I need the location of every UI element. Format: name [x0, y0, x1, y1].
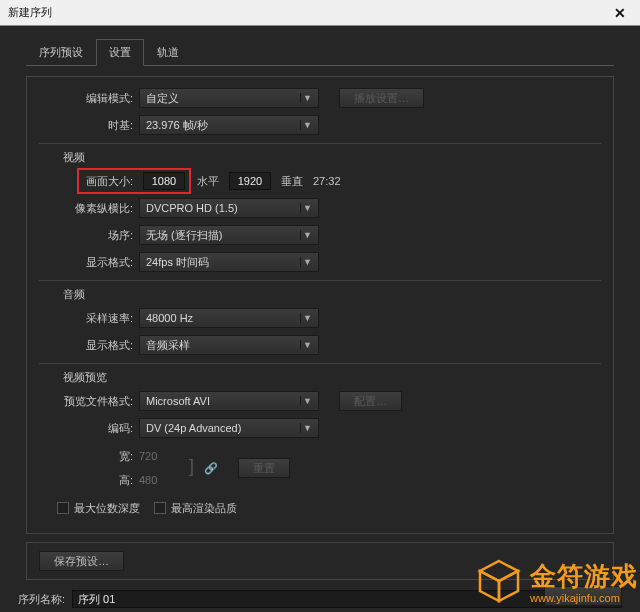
sample-rate-value: 48000 Hz	[146, 312, 193, 324]
chevron-down-icon: ▼	[300, 423, 314, 433]
adisplay-dropdown[interactable]: 音频采样 ▼	[139, 335, 319, 355]
sequence-name-input[interactable]	[72, 590, 622, 608]
preview-format-value: Microsoft AVI	[146, 395, 210, 407]
vdisplay-dropdown[interactable]: 24fps 时间码 ▼	[139, 252, 319, 272]
width-label: 宽:	[27, 449, 139, 464]
max-quality-checkbox[interactable]: 最高渲染品质	[154, 501, 237, 516]
fields-label: 场序:	[27, 228, 139, 243]
max-quality-label: 最高渲染品质	[171, 501, 237, 516]
par-label: 像素纵横比:	[27, 201, 139, 216]
height-value: 480	[139, 474, 179, 486]
chevron-down-icon: ▼	[300, 120, 314, 130]
close-icon[interactable]: ✕	[604, 3, 636, 23]
video-section-title: 视频	[63, 150, 613, 165]
chevron-down-icon: ▼	[300, 93, 314, 103]
bracket-icon: ]	[189, 456, 194, 481]
vdisplay-value: 24fps 时间码	[146, 255, 209, 270]
chevron-down-icon: ▼	[300, 203, 314, 213]
adisplay-value: 音频采样	[146, 338, 190, 353]
reset-button[interactable]: 重置	[238, 458, 290, 478]
settings-panel: 编辑模式: 自定义 ▼ 播放设置… 时基: 23.976 帧/秒 ▼ 视频 画面…	[26, 76, 614, 534]
timebase-dropdown[interactable]: 23.976 帧/秒 ▼	[139, 115, 319, 135]
chevron-down-icon: ▼	[300, 313, 314, 323]
horizontal-label: 水平	[197, 174, 219, 189]
frame-size-label: 画面大小:	[81, 174, 137, 189]
preview-format-dropdown[interactable]: Microsoft AVI ▼	[139, 391, 319, 411]
chevron-down-icon: ▼	[300, 230, 314, 240]
playback-settings-button[interactable]: 播放设置…	[339, 88, 424, 108]
fields-value: 无场 (逐行扫描)	[146, 228, 222, 243]
sequence-name-row: 序列名称:	[18, 590, 622, 608]
save-preset-button[interactable]: 保存预设…	[39, 551, 124, 571]
timebase-value: 23.976 帧/秒	[146, 118, 208, 133]
chevron-down-icon: ▼	[300, 340, 314, 350]
edit-mode-dropdown[interactable]: 自定义 ▼	[139, 88, 319, 108]
window-title: 新建序列	[8, 5, 52, 20]
codec-value: DV (24p Advanced)	[146, 422, 241, 434]
par-value: DVCPRO HD (1.5)	[146, 202, 238, 214]
vdisplay-label: 显示格式:	[27, 255, 139, 270]
bottom-button[interactable]	[544, 586, 622, 606]
chevron-down-icon: ▼	[300, 396, 314, 406]
link-icon[interactable]: 🔗	[204, 462, 218, 475]
frame-size-highlight: 画面大小:	[77, 168, 191, 194]
preview-section-title: 视频预览	[63, 370, 613, 385]
adisplay-label: 显示格式:	[27, 338, 139, 353]
max-bitdepth-checkbox[interactable]: 最大位数深度	[57, 501, 140, 516]
audio-section-title: 音频	[63, 287, 613, 302]
fields-dropdown[interactable]: 无场 (逐行扫描) ▼	[139, 225, 319, 245]
frame-height-input[interactable]	[229, 172, 271, 190]
checkbox-box-icon	[154, 502, 166, 514]
checkbox-box-icon	[57, 502, 69, 514]
tab-preset[interactable]: 序列预设	[26, 39, 96, 66]
frame-width-input[interactable]	[143, 172, 185, 190]
edit-mode-label: 编辑模式:	[27, 91, 139, 106]
sample-rate-dropdown[interactable]: 48000 Hz ▼	[139, 308, 319, 328]
save-preset-panel: 保存预设…	[26, 542, 614, 580]
sample-rate-label: 采样速率:	[27, 311, 139, 326]
max-bitdepth-label: 最大位数深度	[74, 501, 140, 516]
titlebar: 新建序列 ✕	[0, 0, 640, 26]
edit-mode-value: 自定义	[146, 91, 179, 106]
aspect-display: 27:32	[313, 175, 341, 187]
preview-format-label: 预览文件格式:	[27, 394, 139, 409]
height-label: 高:	[27, 473, 139, 488]
timebase-label: 时基:	[27, 118, 139, 133]
vertical-label: 垂直	[281, 174, 303, 189]
tab-strip: 序列预设 设置 轨道	[26, 38, 614, 66]
tab-tracks[interactable]: 轨道	[144, 39, 192, 66]
codec-label: 编码:	[27, 421, 139, 436]
sequence-name-label: 序列名称:	[18, 592, 72, 607]
tab-settings[interactable]: 设置	[96, 39, 144, 66]
codec-dropdown[interactable]: DV (24p Advanced) ▼	[139, 418, 319, 438]
configure-button[interactable]: 配置…	[339, 391, 402, 411]
chevron-down-icon: ▼	[300, 257, 314, 267]
par-dropdown[interactable]: DVCPRO HD (1.5) ▼	[139, 198, 319, 218]
width-value: 720	[139, 450, 179, 462]
